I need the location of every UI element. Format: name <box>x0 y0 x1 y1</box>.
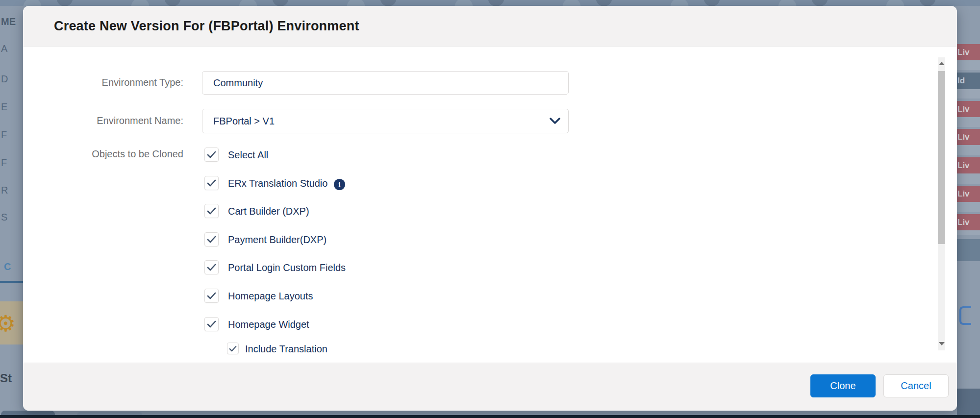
checkbox-cart-builder-dxp[interactable] <box>204 204 219 218</box>
clone-button[interactable]: Clone <box>810 374 876 397</box>
checkmark-icon <box>229 345 237 352</box>
checkbox-label: Homepage Layouts <box>228 291 313 302</box>
bg-row-fragment: A <box>1 43 7 54</box>
checkbox-homepage-widget[interactable] <box>204 317 219 331</box>
checkbox-label: ERx Translation Studio <box>228 178 327 189</box>
create-new-version-modal: Create New Version For (FBPortal) Enviro… <box>23 6 957 411</box>
bg-slate-block <box>957 239 980 261</box>
checkmark-icon <box>207 151 216 158</box>
chevron-down-icon <box>550 118 560 124</box>
bg-row-fragment: E <box>1 101 7 113</box>
environment-type-label: Environment Type: <box>43 77 183 88</box>
status-badge: Id <box>957 73 980 89</box>
environment-name-label: Environment Name: <box>43 115 183 126</box>
cancel-button[interactable]: Cancel <box>883 374 949 397</box>
checkmark-icon <box>207 320 216 328</box>
status-badge: Liv <box>957 157 980 173</box>
modal-header: Create New Version For (FBPortal) Enviro… <box>23 6 957 47</box>
status-badge: Liv <box>957 101 980 117</box>
checkbox-label: Portal Login Custom Fields <box>228 262 346 273</box>
bg-tan-panel: ⚙ <box>0 301 23 344</box>
bg-bottom-bar <box>0 415 980 418</box>
checkmark-icon <box>207 179 216 187</box>
bg-row-fragment: F <box>1 157 7 169</box>
checkbox-select-all[interactable] <box>204 148 219 162</box>
environment-type-value: Community <box>213 77 263 89</box>
bg-table-header-fragment: ME <box>1 16 16 27</box>
checkbox-include-translation[interactable] <box>227 343 239 354</box>
checkbox-label: Homepage Widget <box>228 319 309 330</box>
checkbox-portal-login-custom-fields[interactable] <box>204 260 219 274</box>
bg-row-fragment: R <box>1 185 8 196</box>
bg-heading-fragment: St <box>0 371 12 385</box>
checkbox-label: Select All <box>228 149 268 161</box>
bg-active-tab-underline <box>0 281 23 283</box>
environment-type-input[interactable]: Community <box>202 71 569 95</box>
modal-scrollbar[interactable] <box>938 57 945 350</box>
modal-title: Create New Version For (FBPortal) Enviro… <box>54 19 359 34</box>
scrollbar-up-button[interactable] <box>938 57 945 69</box>
checkmark-icon <box>207 264 216 271</box>
checkmark-icon <box>207 207 216 215</box>
scrollbar-thumb[interactable] <box>938 71 945 244</box>
scrollbar-down-button[interactable] <box>938 338 945 349</box>
objects-to-be-cloned-label: Objects to be Cloned <box>43 148 183 160</box>
checkbox-homepage-layouts[interactable] <box>204 289 219 303</box>
status-badge: Liv <box>957 186 980 202</box>
status-badge: Liv <box>957 214 980 230</box>
background-header-strip <box>0 0 980 6</box>
environment-name-select[interactable]: FBPortal > V1 <box>202 109 569 133</box>
bg-partial-blue-icon <box>959 306 971 325</box>
bg-row-fragment: S <box>1 212 7 223</box>
bg-row-fragment: D <box>1 74 8 85</box>
checkbox-label: Cart Builder (DXP) <box>228 206 309 217</box>
info-icon[interactable]: i <box>334 179 345 190</box>
checkbox-erx-translation-studio[interactable] <box>204 176 219 190</box>
checkbox-label: Include Translation <box>245 344 327 355</box>
checkbox-payment-builder-dxp[interactable] <box>204 232 219 246</box>
status-badge: Liv <box>957 44 980 60</box>
bg-tab-fragment: C <box>4 261 11 272</box>
triangle-up-icon <box>939 62 945 65</box>
checkbox-label: Payment Builder(DXP) <box>228 234 327 246</box>
bg-dark-block <box>957 389 980 415</box>
bg-row-fragment: F <box>1 129 7 141</box>
checkmark-icon <box>207 292 216 299</box>
gear-icon: ⚙ <box>0 310 16 337</box>
page: ME A D E F F R S C ⚙ St Liv Id Liv Liv L… <box>0 0 980 418</box>
triangle-down-icon <box>939 342 945 345</box>
status-badge: Liv <box>957 129 980 145</box>
environment-name-value: FBPortal > V1 <box>213 116 275 127</box>
modal-footer: Clone Cancel <box>23 363 957 411</box>
checkmark-icon <box>207 236 216 243</box>
